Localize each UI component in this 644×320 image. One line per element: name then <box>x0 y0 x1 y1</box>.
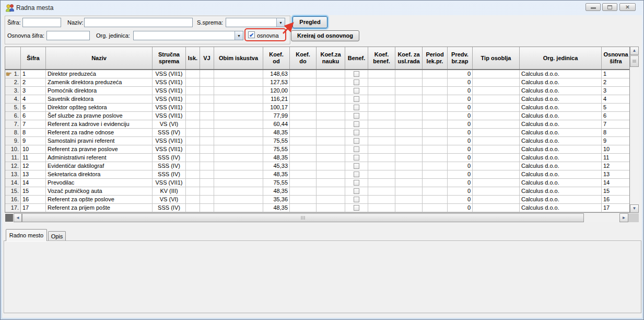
cell-org[interactable]: Calculus d.o.o. <box>520 204 602 212</box>
cell-obim[interactable] <box>214 154 263 162</box>
cell-obim[interactable] <box>214 112 263 120</box>
cell-isk[interactable] <box>186 179 200 187</box>
horizontal-scroll-thumb[interactable] <box>22 213 584 222</box>
grid-header-9[interactable]: Koef.za nauku <box>317 47 345 69</box>
cell-isk[interactable] <box>186 170 200 179</box>
cell-period_lek[interactable] <box>423 129 448 137</box>
cell-koef_nauku[interactable] <box>317 95 345 104</box>
benef-checkbox[interactable] <box>354 96 359 102</box>
row-number-cell[interactable]: 17. <box>5 204 21 212</box>
cell-koef_benef[interactable] <box>368 196 395 204</box>
cell-predv[interactable]: 0 <box>448 162 473 170</box>
grid-header-5[interactable]: VJ <box>200 47 214 69</box>
title-bar[interactable]: Radna mesta ✕ <box>1 1 643 15</box>
cell-isk[interactable] <box>186 196 200 204</box>
cell-benef[interactable] <box>345 95 368 104</box>
cell-benef[interactable] <box>345 187 368 196</box>
filter-org-combo[interactable]: ▼ <box>133 31 243 40</box>
grid-header-17[interactable]: Osnovna šifra <box>602 47 630 69</box>
cell-isk[interactable] <box>186 95 200 104</box>
cell-isk[interactable] <box>186 78 200 87</box>
row-number-cell[interactable]: 8. <box>5 129 21 137</box>
cell-isk[interactable] <box>186 154 200 162</box>
cell-benef[interactable] <box>345 162 368 170</box>
maximize-button[interactable] <box>602 3 617 11</box>
cell-koef_usl[interactable] <box>395 78 423 87</box>
cell-koef_od[interactable]: 127,53 <box>263 78 290 87</box>
cell-koef_nauku[interactable] <box>317 145 345 154</box>
cell-koef_nauku[interactable] <box>317 204 345 212</box>
pregled-button[interactable]: Pregled <box>292 16 327 28</box>
cell-obim[interactable] <box>214 179 263 187</box>
cell-sifra[interactable]: 7 <box>21 120 46 129</box>
cell-isk[interactable] <box>186 145 200 154</box>
cell-predv[interactable]: 0 <box>448 187 473 196</box>
cell-koef_nauku[interactable] <box>317 170 345 179</box>
cell-period_lek[interactable] <box>423 154 448 162</box>
cell-sifra[interactable]: 13 <box>21 170 46 179</box>
cell-period_lek[interactable] <box>423 196 448 204</box>
cell-org[interactable]: Calculus d.o.o. <box>520 170 602 179</box>
cell-koef_od[interactable]: 60,44 <box>263 120 290 129</box>
cell-sprema[interactable]: VSS (VII1) <box>153 179 186 187</box>
cell-koef_do[interactable] <box>290 95 317 104</box>
row-number-cell[interactable]: 5. <box>5 104 21 112</box>
cell-sprema[interactable]: VS (VI) <box>153 120 186 129</box>
cell-koef_usl[interactable] <box>395 154 423 162</box>
cell-osn[interactable]: 10 <box>602 145 630 154</box>
cell-org[interactable]: Calculus d.o.o. <box>520 196 602 204</box>
cell-koef_usl[interactable] <box>395 137 423 145</box>
cell-tip[interactable] <box>473 137 520 145</box>
grid-header-11[interactable]: Koef. benef. <box>368 47 395 69</box>
cell-sprema[interactable]: VSS (VII1) <box>153 145 186 154</box>
cell-koef_nauku[interactable] <box>317 112 345 120</box>
cell-osn[interactable]: 13 <box>602 170 630 179</box>
cell-osn[interactable]: 3 <box>602 87 630 95</box>
cell-osn[interactable]: 6 <box>602 112 630 120</box>
cell-naziv[interactable]: Sekretarica direktora <box>46 170 153 179</box>
cell-sprema[interactable]: VS (VI) <box>153 196 186 204</box>
benef-checkbox[interactable] <box>354 172 359 177</box>
cell-isk[interactable] <box>186 137 200 145</box>
cell-isk[interactable] <box>186 104 200 112</box>
cell-naziv[interactable]: Direktor preduzeća <box>46 70 153 78</box>
cell-naziv[interactable]: Evidentičar daktilograf <box>46 162 153 170</box>
cell-naziv[interactable]: Referent za kadrove i evidenciju <box>46 120 153 129</box>
cell-sifra[interactable]: 1 <box>21 70 46 78</box>
cell-osn[interactable]: 16 <box>602 196 630 204</box>
cell-koef_do[interactable] <box>290 154 317 162</box>
benef-checkbox[interactable] <box>354 155 359 161</box>
cell-period_lek[interactable] <box>423 112 448 120</box>
row-number-cell[interactable]: 9. <box>5 137 21 145</box>
cell-isk[interactable] <box>186 70 200 78</box>
cell-predv[interactable]: 0 <box>448 87 473 95</box>
cell-koef_do[interactable] <box>290 120 317 129</box>
cell-sprema[interactable]: VSS (VII1) <box>153 78 186 87</box>
cell-osn[interactable]: 7 <box>602 120 630 129</box>
cell-koef_do[interactable] <box>290 170 317 179</box>
cell-sprema[interactable]: VSS (VII1) <box>153 70 186 78</box>
cell-koef_benef[interactable] <box>368 154 395 162</box>
cell-sprema[interactable]: SSS (IV) <box>153 162 186 170</box>
table-row[interactable]: 7.7Referent za kadrove i evidencijuVS (V… <box>5 120 630 129</box>
cell-benef[interactable] <box>345 137 368 145</box>
cell-sifra[interactable]: 5 <box>21 104 46 112</box>
grid-header-13[interactable]: Period lek.pr. <box>423 47 448 69</box>
cell-koef_nauku[interactable] <box>317 78 345 87</box>
cell-vj[interactable] <box>200 87 214 95</box>
cell-koef_nauku[interactable] <box>317 137 345 145</box>
cell-koef_benef[interactable] <box>368 70 395 78</box>
cell-predv[interactable]: 0 <box>448 78 473 87</box>
cell-benef[interactable] <box>345 145 368 154</box>
cell-koef_benef[interactable] <box>368 112 395 120</box>
cell-tip[interactable] <box>473 120 520 129</box>
tab-opis[interactable]: Opis <box>48 231 66 241</box>
tab-radno-mesto[interactable]: Radno mesto <box>6 229 47 241</box>
cell-org[interactable]: Calculus d.o.o. <box>520 112 602 120</box>
filter-naziv-input[interactable] <box>84 18 193 27</box>
cell-koef_do[interactable] <box>290 196 317 204</box>
benef-checkbox[interactable] <box>354 113 359 119</box>
cell-naziv[interactable]: Samostalni pravni referent <box>46 137 153 145</box>
cell-tip[interactable] <box>473 87 520 95</box>
cell-predv[interactable]: 0 <box>448 170 473 179</box>
